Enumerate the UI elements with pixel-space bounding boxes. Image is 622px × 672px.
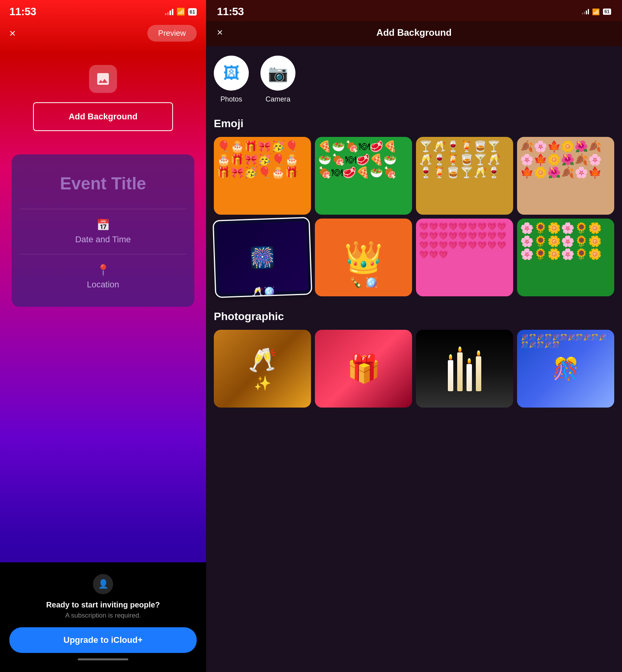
- close-button[interactable]: ×: [9, 28, 16, 39]
- firework-visual: 🎆: [217, 221, 308, 294]
- right-header: × Add Background: [206, 21, 622, 46]
- emoji-card-sunflowers[interactable]: 🌸🌻🌼🌸🌻🌼🌸🌻🌼🌸🌻🌼🌸🌻🌼🌸🌻🌼: [517, 219, 614, 296]
- photo-card-champagne[interactable]: 🥂 ✨: [214, 330, 311, 408]
- right-status-icons: 📶 61: [582, 8, 611, 16]
- event-title-field[interactable]: Event Title: [12, 162, 194, 209]
- preview-button[interactable]: Preview: [147, 25, 197, 42]
- candle-4: [476, 350, 481, 391]
- emoji-scatter-drinks: 🍸🥂🍷🍹🥃🍸🥂🍷🍹🥃🍸🥂🍷🍹🥃🍸🥂🍷: [416, 137, 513, 215]
- emoji-card-birthday[interactable]: 🎈🎂🎁🎀🥳🎈🎂🎁🎀🥳🎈🎂🎁🎀🥳🎈🎂🎁: [214, 137, 311, 215]
- location-row[interactable]: 📍 Location: [12, 254, 194, 299]
- camera-source[interactable]: 📷 Camera: [260, 56, 295, 103]
- battery-icon: 61: [188, 8, 197, 16]
- gift-visual: 🎁: [315, 330, 412, 408]
- right-status-bar: 11:53 📶 61: [206, 0, 622, 21]
- photos-icon: 🖼: [223, 64, 239, 82]
- crown-extras: 🍾🪩: [349, 276, 377, 289]
- invite-title: Ready to start inviting people?: [9, 600, 197, 609]
- confetti-bits: 🎉🎊🎉🎊🎉🎊🎉🎊🎉🎊🎉🎊🎉🎊🎉🎊: [517, 330, 614, 408]
- photographic-grid: 🥂 ✨ 🎁: [214, 330, 614, 408]
- emoji-scatter-food: 🍕🥗🍖🍽🥩🍕🥗🍖🍽🥩🍕🥗🍖🍽🥩🍕🥗🍖: [315, 137, 412, 215]
- emoji-card-hearts[interactable]: 💗💗💗💗💗💗💗💗💗💗💗💗💗💗💗💗💗💗💗💗💗💗💗💗💗💗💗💗💗💗: [416, 219, 513, 296]
- candles-visual: [416, 330, 513, 408]
- photo-icon: [95, 71, 111, 87]
- emoji-card-food[interactable]: 🍕🥗🍖🍽🥩🍕🥗🍖🍽🥩🍕🥗🍖🍽🥩🍕🥗🍖: [315, 137, 412, 215]
- invite-icon: 👤: [93, 574, 113, 594]
- emoji-card-flowers[interactable]: 🍂🌸🍁🌼🌺🍂🌸🍁🌼🌺🍂🌸🍁🌼🌺🍂🌸🍁: [517, 137, 614, 215]
- right-time: 11:53: [217, 5, 244, 18]
- left-panel: 11:53 📶 61 × Preview Add Background Even…: [0, 0, 206, 672]
- candle-2: [457, 346, 463, 391]
- emoji-scatter-flowers: 🍂🌸🍁🌼🌺🍂🌸🍁🌼🌺🍂🌸🍁🌼🌺🍂🌸🍁: [517, 137, 614, 215]
- signal-icon: [165, 8, 173, 15]
- right-close-button[interactable]: ×: [217, 26, 223, 38]
- photos-source[interactable]: 🖼 Photos: [214, 56, 249, 103]
- right-panel-title: Add Background: [376, 27, 451, 38]
- champagne-visual: 🥂 ✨: [214, 330, 311, 408]
- heart-pattern: 💗💗💗💗💗💗💗💗💗💗💗💗💗💗💗💗💗💗💗💗💗💗💗💗💗💗💗💗💗💗: [416, 219, 513, 296]
- camera-icon: 📷: [268, 64, 288, 83]
- image-placeholder-icon: [89, 65, 117, 93]
- location-label: Location: [87, 280, 119, 290]
- upgrade-button[interactable]: Upgrade to iCloud+: [9, 627, 197, 653]
- right-wifi-icon: 📶: [592, 8, 600, 16]
- photo-card-confetti[interactable]: 🎊 🎉🎊🎉🎊🎉🎊🎉🎊🎉🎊🎉🎊🎉🎊🎉🎊: [517, 330, 614, 408]
- emoji-card-firework[interactable]: 🎆 🥂🪩: [213, 217, 313, 298]
- wifi-icon: 📶: [176, 7, 185, 16]
- right-panel: 11:53 📶 61 × Add Background 🖼 Photos: [206, 0, 622, 672]
- emoji-grid: 🎈🎂🎁🎀🥳🎈🎂🎁🎀🥳🎈🎂🎁🎀🥳🎈🎂🎁 🍕🥗🍖🍽🥩🍕🥗🍖🍽🥩🍕🥗🍖🍽🥩🍕🥗🍖 🍸🥂…: [214, 137, 614, 296]
- camera-icon-circle: 📷: [260, 56, 295, 91]
- camera-label: Camera: [266, 95, 290, 103]
- photographic-section-title: Photographic: [214, 310, 614, 323]
- home-indicator: [78, 658, 128, 660]
- left-status-bar: 11:53 📶 61: [0, 0, 206, 21]
- right-content[interactable]: 🖼 Photos 📷 Camera Emoji 🎈🎂🎁🎀🥳🎈🎂🎁🎀🥳🎈🎂🎁🎀🥳🎈…: [206, 46, 622, 672]
- photo-card-gift[interactable]: 🎁: [315, 330, 412, 408]
- crown-emoji: 👑: [344, 239, 383, 276]
- location-icon: 📍: [96, 264, 110, 276]
- event-form-card: Event Title 📅 Date and Time 📍 Location: [12, 154, 194, 307]
- source-row: 🖼 Photos 📷 Camera: [214, 56, 614, 103]
- left-time: 11:53: [9, 5, 36, 18]
- photos-label: Photos: [220, 95, 242, 103]
- date-time-label: Date and Time: [75, 234, 131, 245]
- add-background-button[interactable]: Add Background: [33, 102, 173, 131]
- left-content: Add Background Event Title 📅 Date and Ti…: [0, 49, 206, 562]
- left-status-icons: 📶 61: [165, 7, 197, 16]
- photos-icon-circle: 🖼: [214, 56, 249, 91]
- emoji-card-drinks[interactable]: 🍸🥂🍷🍹🥃🍸🥂🍷🍹🥃🍸🥂🍷🍹🥃🍸🥂🍷: [416, 137, 513, 215]
- emoji-scatter-birthday: 🎈🎂🎁🎀🥳🎈🎂🎁🎀🥳🎈🎂🎁🎀🥳🎈🎂🎁: [214, 137, 311, 215]
- photo-card-candles[interactable]: [416, 330, 513, 408]
- emoji-section-title: Emoji: [214, 117, 614, 130]
- candle-3: [466, 358, 472, 391]
- left-bottom: 👤 Ready to start inviting people? A subs…: [0, 562, 206, 672]
- right-signal-icon: [582, 9, 589, 14]
- calendar-icon: 📅: [96, 219, 110, 231]
- emoji-scatter-sunflowers: 🌸🌻🌼🌸🌻🌼🌸🌻🌼🌸🌻🌼🌸🌻🌼🌸🌻🌼: [517, 219, 614, 296]
- invite-subtitle: A subscription is required.: [9, 612, 197, 620]
- right-battery-icon: 61: [603, 9, 611, 15]
- emoji-card-crown[interactable]: 👑 🍾🪩: [315, 219, 412, 296]
- left-header: × Preview: [0, 21, 206, 49]
- date-time-row[interactable]: 📅 Date and Time: [12, 209, 194, 254]
- candle-1: [448, 354, 453, 391]
